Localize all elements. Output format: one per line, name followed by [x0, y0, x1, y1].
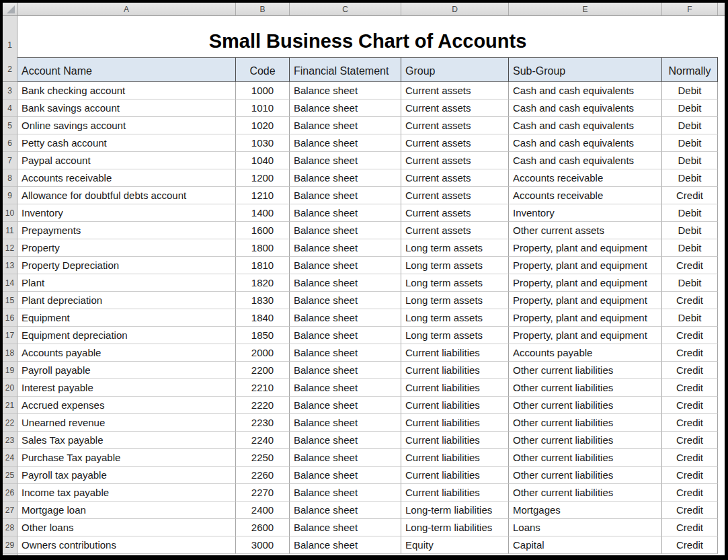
cell-group[interactable]: Current liabilities [401, 344, 509, 362]
header-cell-financial-statement[interactable]: Financial Statement [290, 57, 401, 82]
row-header[interactable]: 3 [3, 82, 17, 99]
cell-financial-statement[interactable]: Balance sheet [290, 362, 401, 379]
cell-code[interactable]: 2000 [236, 344, 290, 362]
cell-normally[interactable]: Debit [662, 222, 718, 239]
cell-code[interactable]: 1810 [236, 257, 290, 274]
cell-normally[interactable]: Debit [662, 134, 718, 152]
cell-group[interactable]: Current assets [401, 169, 509, 187]
row-header[interactable]: 10 [3, 204, 17, 222]
cell-sub-group[interactable]: Cash and cash equivalents [509, 117, 662, 134]
cell-account-name[interactable]: Equipment [17, 309, 236, 327]
cell-normally[interactable]: Debit [662, 204, 718, 222]
cell-group[interactable]: Current assets [401, 222, 509, 239]
cell-account-name[interactable]: Other loans [17, 519, 236, 536]
cell-account-name[interactable]: Accrued expenses [17, 397, 236, 414]
cell-code[interactable]: 2220 [236, 397, 290, 414]
cell-code[interactable]: 2240 [236, 432, 290, 449]
cell-group[interactable]: Equity [401, 536, 509, 554]
cell-code[interactable]: 1830 [236, 292, 290, 309]
cell-financial-statement[interactable]: Balance sheet [290, 414, 401, 432]
cell-group[interactable]: Long term assets [401, 239, 509, 257]
row-header[interactable]: 24 [3, 449, 17, 467]
cell-sub-group[interactable]: Mortgages [509, 502, 662, 519]
cell-code[interactable]: 1600 [236, 222, 290, 239]
row-header[interactable]: 9 [3, 187, 17, 204]
row-header[interactable]: 13 [3, 257, 17, 274]
cell-group[interactable]: Current liabilities [401, 379, 509, 397]
cell-financial-statement[interactable]: Balance sheet [290, 239, 401, 257]
cell-sub-group[interactable]: Inventory [509, 204, 662, 222]
cell-account-name[interactable]: Plant [17, 274, 236, 292]
row-header[interactable]: 18 [3, 344, 17, 362]
column-header-g-partial[interactable] [718, 3, 725, 16]
cell-code[interactable]: 1000 [236, 82, 290, 99]
row-header-1[interactable]: 1 [3, 16, 17, 57]
cell-normally[interactable]: Debit [662, 274, 718, 292]
cell-sub-group[interactable]: Property, plant and equipment [509, 327, 662, 344]
cell-code[interactable]: 1030 [236, 134, 290, 152]
cell-normally[interactable]: Credit [662, 519, 718, 536]
cell-sub-group[interactable]: Loans [509, 519, 662, 536]
cell-financial-statement[interactable]: Balance sheet [290, 519, 401, 536]
cell-sub-group[interactable]: Property, plant and equipment [509, 274, 662, 292]
cell-normally[interactable]: Credit [662, 432, 718, 449]
row-header[interactable]: 12 [3, 239, 17, 257]
cell-code[interactable]: 2250 [236, 449, 290, 467]
row-header[interactable]: 28 [3, 519, 17, 536]
row-header[interactable]: 22 [3, 414, 17, 432]
cell-group[interactable]: Current assets [401, 134, 509, 152]
row-header[interactable]: 26 [3, 484, 17, 502]
cell-financial-statement[interactable]: Balance sheet [290, 502, 401, 519]
cell-financial-statement[interactable]: Balance sheet [290, 309, 401, 327]
cell-code[interactable]: 2230 [236, 414, 290, 432]
cell-sub-group[interactable]: Other current liabilities [509, 397, 662, 414]
cell-code[interactable]: 2210 [236, 379, 290, 397]
cell-normally[interactable]: Credit [662, 344, 718, 362]
cell-sub-group[interactable]: Cash and cash equivalents [509, 134, 662, 152]
cell-account-name[interactable]: Payroll payable [17, 362, 236, 379]
row-header[interactable]: 19 [3, 362, 17, 379]
cell-group[interactable]: Current assets [401, 204, 509, 222]
cell-account-name[interactable]: Interest payable [17, 379, 236, 397]
cell-group[interactable]: Long-term liabilities [401, 502, 509, 519]
header-cell-code[interactable]: Code [236, 57, 290, 82]
cell-sub-group[interactable]: Other current assets [509, 222, 662, 239]
cell-sub-group[interactable]: Other current liabilities [509, 414, 662, 432]
cell-normally[interactable]: Credit [662, 327, 718, 344]
cell-financial-statement[interactable]: Balance sheet [290, 152, 401, 169]
row-header[interactable]: 25 [3, 467, 17, 484]
row-header[interactable]: 11 [3, 222, 17, 239]
cell-group[interactable]: Current assets [401, 152, 509, 169]
cell-code[interactable]: 2260 [236, 467, 290, 484]
cell-financial-statement[interactable]: Balance sheet [290, 344, 401, 362]
cell-code[interactable]: 2200 [236, 362, 290, 379]
cell-normally[interactable]: Credit [662, 502, 718, 519]
cell-financial-statement[interactable]: Balance sheet [290, 99, 401, 117]
cell-code[interactable]: 2270 [236, 484, 290, 502]
row-header[interactable]: 4 [3, 99, 17, 117]
cell-account-name[interactable]: Accounts payable [17, 344, 236, 362]
row-header[interactable]: 29 [3, 536, 17, 554]
cell-financial-statement[interactable]: Balance sheet [290, 117, 401, 134]
cell-group[interactable]: Current liabilities [401, 484, 509, 502]
cell-group[interactable]: Long term assets [401, 309, 509, 327]
row-header[interactable]: 8 [3, 169, 17, 187]
cell-account-name[interactable]: Property [17, 239, 236, 257]
cell-normally[interactable]: Credit [662, 292, 718, 309]
cell-account-name[interactable]: Plant depreciation [17, 292, 236, 309]
cell-normally[interactable]: Credit [662, 187, 718, 204]
column-header-a[interactable]: A [17, 3, 236, 16]
cell-code[interactable]: 1200 [236, 169, 290, 187]
cell-account-name[interactable]: Paypal account [17, 152, 236, 169]
cell-code[interactable]: 1850 [236, 327, 290, 344]
cell-normally[interactable]: Credit [662, 257, 718, 274]
cell-sub-group[interactable]: Other current liabilities [509, 362, 662, 379]
row-header[interactable]: 23 [3, 432, 17, 449]
row-header[interactable]: 21 [3, 397, 17, 414]
row-header[interactable]: 14 [3, 274, 17, 292]
cell-normally[interactable]: Credit [662, 379, 718, 397]
cell-group[interactable]: Current liabilities [401, 414, 509, 432]
row-header[interactable]: 17 [3, 327, 17, 344]
cell-financial-statement[interactable]: Balance sheet [290, 397, 401, 414]
cell-normally[interactable]: Credit [662, 414, 718, 432]
